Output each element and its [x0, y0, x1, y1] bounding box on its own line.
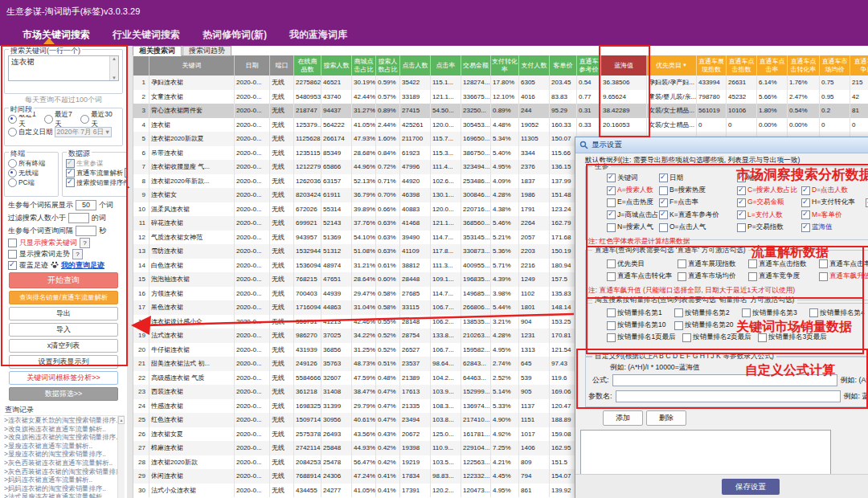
checkbox-直通车飙升值[interactable]	[819, 272, 828, 281]
radio-custom-date[interactable]	[8, 128, 17, 137]
radio-last30day[interactable]	[80, 115, 89, 124]
textarea-scrollbar[interactable]: ▲▼	[109, 56, 118, 80]
history-item[interactable]: >显瘦连衣裙的淘宝搜索销量排序..	[4, 450, 117, 459]
custom-date-select[interactable]: 2020年 7月 6日 ▾	[55, 127, 112, 137]
sidebar-collapse-strip[interactable]: ▸	[127, 46, 133, 498]
column-header[interactable]: 直通车点击率	[757, 55, 788, 76]
column-header[interactable]: 关键词	[149, 55, 235, 76]
radio-all-terminal[interactable]	[8, 159, 17, 168]
radio-pc[interactable]	[8, 178, 17, 187]
checkbox-F=点击率[interactable]	[659, 198, 668, 207]
dialog-titlebar[interactable]: 显示设置	[575, 137, 868, 153]
checkbox-按销量排名第20[interactable]	[674, 321, 683, 330]
checkbox-按销量排名第1[interactable]	[607, 308, 616, 317]
history-item[interactable]: >妈妈连衣裙直通车流量解析..	[4, 476, 117, 484]
checkbox-N=搜索人气[interactable]	[607, 223, 616, 232]
scroll-up-icon[interactable]: ▲	[112, 56, 117, 61]
param-input[interactable]	[616, 390, 841, 402]
nav-tab-0[interactable]: 市场关键词搜索	[23, 28, 90, 42]
checkbox-直通车市场均价[interactable]	[678, 272, 686, 281]
checkbox-sycm[interactable]	[66, 159, 75, 168]
checkbox-蓝海值[interactable]	[801, 223, 810, 232]
checkbox-only-search-kw[interactable]	[8, 239, 17, 247]
column-header[interactable]: 商城点击占比	[352, 55, 376, 76]
checkbox-日期[interactable]	[659, 173, 668, 182]
help-icon[interactable]: ?	[80, 238, 90, 248]
root-tag-analysis-button[interactable]: 关键词词根标签分析>>	[9, 371, 118, 385]
checkbox-优先类目[interactable]	[607, 259, 616, 268]
checkbox-按销量排名第2[interactable]	[674, 308, 683, 317]
radio-wireless[interactable]	[8, 169, 17, 178]
history-item[interactable]: >妈妈连衣裙的淘宝搜索销量排序..	[4, 484, 117, 493]
scroll-down-icon[interactable]: ▼	[112, 76, 117, 80]
history-item[interactable]: >灰色西装裙连衣裙的淘宝搜索销量排序..	[4, 467, 117, 476]
table-row[interactable]: 2女童连衣裙2020-0...无线54809534374042.44%0.57%…	[133, 90, 868, 104]
column-header[interactable]: 搜索人数	[321, 55, 352, 76]
history-item[interactable]: >显瘦连衣裙直通车流量解析..	[4, 442, 117, 451]
column-header[interactable]	[133, 55, 149, 76]
checkbox-端口[interactable]	[737, 173, 746, 182]
table-tab-1[interactable]: 搜索词趋势	[182, 46, 231, 56]
column-header[interactable]: 支付转化率	[491, 55, 519, 76]
checkbox-L=支付人数[interactable]	[737, 210, 746, 219]
column-header[interactable]: 在线商品数	[294, 55, 321, 76]
history-item[interactable]: >法式显瘦连衣裙直通车流量解析..	[4, 492, 117, 498]
export-button[interactable]: 导出	[9, 307, 118, 320]
checkbox-关键词[interactable]	[607, 173, 616, 182]
column-header[interactable]: 端口	[270, 55, 294, 76]
checkbox-D=点击人数[interactable]	[801, 186, 810, 195]
table-row[interactable]: 4连衣裙2020-0...无线125379...56422241.05%2.44…	[133, 118, 868, 133]
start-query-button[interactable]: 开始查询	[9, 272, 118, 288]
save-settings-button[interactable]: 保存设置	[722, 479, 780, 495]
checkbox-sales-order[interactable]	[66, 178, 75, 187]
checkbox-G=交易金额[interactable]	[737, 198, 746, 207]
history-item[interactable]: >改良旗袍连衣裙直通车流量解析..	[4, 425, 117, 434]
checkbox-C=搜索人数占比[interactable]	[737, 186, 746, 195]
data-filter-button[interactable]: 数据筛选>>	[9, 387, 118, 401]
column-header[interactable]: 直通车竞争度	[850, 55, 868, 76]
help-icon[interactable]: ?	[72, 249, 83, 259]
custom-formula-listbox[interactable]	[580, 430, 831, 476]
checkbox-按销量排名3页最后[interactable]	[758, 333, 767, 342]
column-header[interactable]: 直通车市场均价	[820, 55, 850, 76]
checkbox-H=支付转化率[interactable]	[801, 198, 810, 207]
delete-button[interactable]: 删除	[646, 410, 686, 426]
set-columns-button[interactable]: 设置列表显示列	[9, 355, 118, 369]
radio-last1day[interactable]	[8, 115, 17, 124]
import-button[interactable]: 导入	[9, 323, 118, 337]
checkbox-直通车竞争度[interactable]	[748, 272, 757, 281]
filter-min-input[interactable]	[68, 213, 89, 223]
column-header[interactable]: 直通车点击指数	[727, 55, 757, 76]
checkbox-ztc-traffic[interactable]	[66, 169, 75, 178]
add-button[interactable]: 添加	[603, 410, 643, 426]
checkbox-show-trend[interactable]	[8, 250, 17, 259]
history-scrollbar[interactable]: ▲	[117, 416, 125, 498]
formula-input[interactable]	[612, 374, 837, 386]
column-header[interactable]: 搜索人数占比	[376, 55, 400, 76]
checkbox-按销量排名第3[interactable]	[742, 308, 751, 317]
filter-icon[interactable]: ▼	[682, 63, 687, 68]
column-header[interactable]: 点击率	[431, 55, 461, 76]
checkbox-按销量排名1页最后[interactable]	[607, 333, 616, 342]
table-row[interactable]: 3背心连衣裙两件套2020-0...无线2187479443731.27%0.8…	[133, 104, 868, 118]
checkbox-按销量排名第4[interactable]	[809, 308, 818, 317]
column-header[interactable]: 客单价	[550, 55, 577, 76]
keyword-textarea[interactable]: 连衣裙 ▲▼	[8, 55, 119, 81]
table-row[interactable]: 1孕妇连衣裙2020-0...无线22758624652130.19%0.59%…	[133, 76, 868, 90]
column-header[interactable]: 优先类目▼	[647, 55, 697, 76]
column-header[interactable]: 直通车展现指数	[697, 55, 727, 76]
column-header[interactable]: 点击人数	[400, 55, 431, 76]
column-header[interactable]: 支付人数	[519, 55, 550, 76]
checkbox-按销量排名2页最后[interactable]	[682, 333, 691, 342]
checkbox-A=搜索人数[interactable]	[607, 186, 616, 195]
history-item[interactable]: >灰色西装裙连衣裙直通车流量解析..	[4, 459, 117, 467]
nav-tab-3[interactable]: 我的蓝海词库	[289, 28, 347, 42]
checkbox-直通车展现指数[interactable]	[678, 259, 686, 268]
rank-query-button[interactable]: 查询排名销量/直通车流量解析	[9, 291, 118, 304]
my-query-footprint-link[interactable]: 我的查询足迹	[61, 260, 104, 271]
column-header[interactable]: 直通车参考价	[577, 55, 601, 76]
checkbox-直通车点击率[interactable]	[819, 259, 828, 268]
column-header[interactable]: 交易金额	[461, 55, 491, 76]
checkbox-直通车点击转化率[interactable]	[607, 272, 616, 281]
checkbox-O=点击人气[interactable]	[659, 223, 668, 232]
